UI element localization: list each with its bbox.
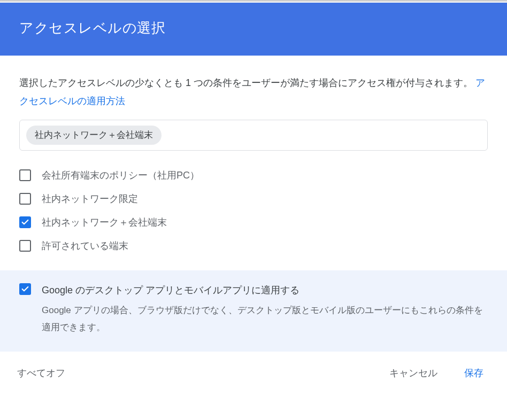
option-company-device-policy[interactable]: 会社所有端末のポリシー（社用PC） xyxy=(19,164,488,187)
option-permitted-devices[interactable]: 許可されている端末 xyxy=(19,234,488,258)
cancel-button[interactable]: キャンセル xyxy=(380,363,447,383)
all-off-button[interactable]: すべてオフ xyxy=(13,363,70,383)
selected-chip[interactable]: 社内ネットワーク＋会社端末 xyxy=(26,126,162,145)
selected-chip-field[interactable]: 社内ネットワーク＋会社端末 xyxy=(19,120,488,151)
description-text: 選択したアクセスレベルの少なくとも 1 つの条件をユーザーが満たす場合にアクセス… xyxy=(19,77,473,88)
description: 選択したアクセスレベルの少なくとも 1 つの条件をユーザーが満たす場合にアクセス… xyxy=(19,74,488,110)
dialog-footer: すべてオフ キャンセル 保存 xyxy=(0,352,507,395)
option-permitted-devices-label: 許可されている端末 xyxy=(42,239,128,252)
dialog-header: アクセスレベルの選択 xyxy=(0,3,507,56)
option-permitted-devices-checkbox[interactable] xyxy=(19,240,31,252)
checkmark-icon xyxy=(21,218,29,227)
apply-panel: Google のデスクトップ アプリとモバイルアプリに適用する Google ア… xyxy=(0,270,507,352)
apply-to-apps-checkbox[interactable] xyxy=(19,283,31,295)
save-button[interactable]: 保存 xyxy=(460,363,488,383)
options-list: 会社所有端末のポリシー（社用PC）社内ネットワーク限定社内ネットワーク＋会社端末… xyxy=(19,164,488,258)
option-internal-network-only-checkbox[interactable] xyxy=(19,193,31,205)
option-company-device-policy-label: 会社所有端末のポリシー（社用PC） xyxy=(42,169,199,182)
apply-title: Google のデスクトップ アプリとモバイルアプリに適用する xyxy=(42,283,488,298)
dialog-title: アクセスレベルの選択 xyxy=(19,20,165,36)
checkmark-icon xyxy=(21,285,29,293)
option-internal-network-only[interactable]: 社内ネットワーク限定 xyxy=(19,187,488,211)
option-internal-network-only-label: 社内ネットワーク限定 xyxy=(42,192,138,205)
access-level-dialog: アクセスレベルの選択 選択したアクセスレベルの少なくとも 1 つの条件をユーザー… xyxy=(0,0,507,395)
apply-description: Google アプリの場合、ブラウザ版だけでなく、デスクトップ版とモバイル版のユ… xyxy=(42,302,488,337)
option-internal-network-plus-device-checkbox[interactable] xyxy=(19,216,31,228)
option-internal-network-plus-device[interactable]: 社内ネットワーク＋会社端末 xyxy=(19,211,488,234)
dialog-body: 選択したアクセスレベルの少なくとも 1 つの条件をユーザーが満たす場合にアクセス… xyxy=(0,56,507,270)
selected-chip-label: 社内ネットワーク＋会社端末 xyxy=(35,130,153,140)
option-company-device-policy-checkbox[interactable] xyxy=(19,169,31,181)
option-internal-network-plus-device-label: 社内ネットワーク＋会社端末 xyxy=(42,216,167,229)
